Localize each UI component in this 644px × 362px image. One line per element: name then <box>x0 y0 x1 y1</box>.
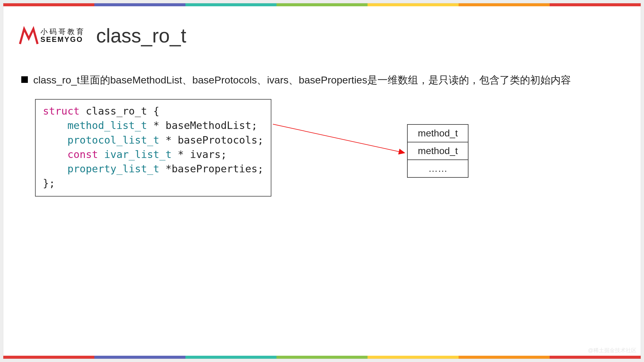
indent <box>43 119 67 131</box>
logo-text: 小码哥教育 SEEMYGO <box>40 28 85 44</box>
logo-en: SEEMYGO <box>40 36 85 43</box>
code-text: * baseProtocols; <box>159 134 264 146</box>
bullet-marker-icon <box>21 76 28 83</box>
stripe <box>368 356 459 359</box>
kw-type: property_list_t <box>67 163 159 175</box>
stripe <box>459 356 550 359</box>
stripe <box>94 3 185 6</box>
stripe <box>550 356 641 359</box>
kw-const: const <box>67 148 104 160</box>
indent <box>43 148 67 160</box>
stripe <box>276 3 368 6</box>
stripe <box>3 3 94 6</box>
page-title: class_ro_t <box>96 24 186 47</box>
code-text: }; <box>43 177 55 189</box>
array-cell: …… <box>408 160 468 177</box>
header: 小码哥教育 SEEMYGO class_ro_t <box>18 24 186 47</box>
stripe <box>94 356 185 359</box>
code-text: * baseMethodList; <box>147 119 257 131</box>
logo: 小码哥教育 SEEMYGO <box>18 25 85 46</box>
indent <box>43 163 67 175</box>
stripe <box>3 356 94 359</box>
svg-line-0 <box>273 124 405 153</box>
kw-type: method_list_t <box>67 119 147 131</box>
bottom-color-bar <box>3 356 641 359</box>
stripe <box>185 3 276 6</box>
stripe <box>276 356 368 359</box>
logo-cn: 小码哥教育 <box>40 28 85 36</box>
top-color-bar <box>3 3 641 6</box>
indent <box>43 134 67 146</box>
slide: 小码哥教育 SEEMYGO class_ro_t class_ro_t里面的ba… <box>3 3 641 359</box>
code-text: class_ro_t { <box>80 105 159 117</box>
stripe <box>550 3 641 6</box>
stripe <box>459 3 550 6</box>
logo-icon <box>18 25 39 46</box>
bullet-text: class_ro_t里面的baseMethodList、baseProtocol… <box>33 73 571 87</box>
bullet-row: class_ro_t里面的baseMethodList、baseProtocol… <box>21 73 571 87</box>
kw-type: protocol_list_t <box>67 134 159 146</box>
code-text: *baseProperties; <box>159 163 264 175</box>
stripe <box>185 356 276 359</box>
method-array: method_t method_t …… <box>407 124 468 178</box>
code-text: * ivars; <box>172 148 227 160</box>
code-block: struct class_ro_t { method_list_t * base… <box>35 99 271 197</box>
watermark: @稀土掘金技术社区 <box>588 347 637 354</box>
array-cell: method_t <box>408 125 468 142</box>
array-cell: method_t <box>408 142 468 160</box>
stripe <box>368 3 459 6</box>
kw-struct: struct <box>43 105 80 117</box>
kw-type: ivar_list_t <box>104 148 172 160</box>
